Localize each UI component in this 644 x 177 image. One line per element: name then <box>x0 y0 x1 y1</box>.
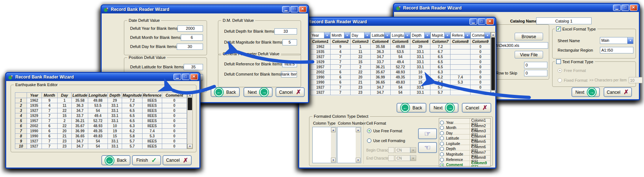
cell[interactable]: 5.7 <box>122 144 143 149</box>
assign-row[interactable]: LogitudeColomn5 [FF] <box>439 140 490 145</box>
cell[interactable]: 6.5 <box>122 118 143 124</box>
cell[interactable]: 36.99 <box>72 129 88 134</box>
cell[interactable]: 1 <box>15 98 27 103</box>
catalog-name-input[interactable]: Catalog 1 <box>536 17 592 24</box>
cell[interactable]: 33.1 <box>108 103 122 108</box>
cell[interactable]: 49.4 <box>88 113 108 118</box>
cell[interactable]: 0 <box>162 139 187 144</box>
assign-row[interactable]: YearColomn1 [FF] <box>439 118 490 124</box>
titlebar[interactable]: Record Bank Reader Wizard ▁ □ ✕ <box>299 18 495 26</box>
cell[interactable]: 7.2 <box>122 98 143 103</box>
cell[interactable]: IIEES <box>142 118 162 124</box>
column-type-combo[interactable]: Longitu...▼ <box>390 32 410 39</box>
cell[interactable]: 7 <box>42 144 57 149</box>
cell[interactable]: 0 <box>162 129 187 134</box>
scroll-up-icon[interactable]: ▲ <box>331 128 336 132</box>
assign-row[interactable]: MonthColomn2 [FF] <box>439 124 490 129</box>
defult-year-input[interactable]: 2000 <box>177 25 203 32</box>
cell[interactable]: 33.1 <box>108 118 122 124</box>
fixed-format-radio[interactable] <box>558 78 562 83</box>
next-button[interactable]: Next→ <box>571 87 600 97</box>
back-button[interactable]: ←Back <box>397 103 426 113</box>
next-button[interactable]: Next→ <box>243 87 273 97</box>
back-button[interactable]: ←Back <box>211 87 240 97</box>
titlebar[interactable]: Record Bank Reader Wizard ▁ □ ✕ <box>6 73 199 81</box>
table-scrollbar[interactable]: ▲ ▼ <box>491 32 496 96</box>
defult-reference-input[interactable]: IIEES <box>282 61 297 67</box>
minimize-button[interactable]: ▁ <box>469 19 477 25</box>
assign-row[interactable]: MagnitudeColomn7 [FF] <box>439 150 490 156</box>
cell[interactable]: 6 <box>15 124 27 129</box>
cell[interactable]: 7 <box>42 113 57 118</box>
skip-input-1[interactable]: 0 <box>524 62 547 68</box>
next-button[interactable]: Next→ <box>429 103 458 113</box>
cell[interactable]: 34.7 <box>72 139 88 144</box>
cell[interactable]: 1990 <box>27 134 42 139</box>
cell[interactable]: 11 <box>57 103 72 108</box>
view-file-button[interactable]: View File <box>515 51 543 59</box>
cell[interactable]: 1990 <box>27 129 42 134</box>
scroll-down-icon[interactable]: ▼ <box>331 158 336 162</box>
cell[interactable]: 4 <box>42 103 57 108</box>
cell[interactable]: 5.8 <box>122 134 143 139</box>
cell[interactable]: 53.5 <box>88 103 108 108</box>
radio-icon[interactable] <box>440 152 444 156</box>
cell[interactable]: 6.7 <box>122 103 143 108</box>
cell[interactable]: 35.58 <box>72 98 88 103</box>
sheet-name-combo[interactable]: Main▼ <box>600 37 633 44</box>
cell[interactable]: 34.7 <box>72 108 88 113</box>
cell[interactable]: IIEES <box>142 103 162 108</box>
cell[interactable]: 33.7 <box>72 113 88 118</box>
cell[interactable]: 1927 <box>27 139 42 144</box>
cell[interactable]: 54 <box>88 108 108 113</box>
scrollbar-thumb[interactable] <box>188 98 192 110</box>
cell[interactable]: 33.1 <box>108 144 122 149</box>
radio-icon[interactable] <box>440 131 444 135</box>
defult-month-input[interactable]: 6 <box>181 35 203 41</box>
cell[interactable]: 6.3 <box>122 124 143 129</box>
column-type-combo[interactable]: Month▼ <box>330 32 350 39</box>
cell[interactable]: 8 <box>15 134 27 139</box>
cell[interactable]: 35.67 <box>72 124 88 129</box>
close-button[interactable]: ✕ <box>299 6 307 12</box>
cell[interactable]: 52.72 <box>88 118 108 124</box>
cell[interactable]: 7 <box>42 118 57 124</box>
radio-icon[interactable] <box>440 158 444 162</box>
assign-left-button[interactable]: ☜ <box>418 142 437 153</box>
scroll-down-icon[interactable]: ▼ <box>356 158 360 162</box>
cell[interactable]: IIEES <box>142 139 162 144</box>
cell[interactable]: 49.35 <box>88 129 108 134</box>
cell[interactable]: 54 <box>88 144 108 149</box>
cell[interactable]: 5 <box>15 118 27 124</box>
minimize-button[interactable]: ▁ <box>613 5 621 11</box>
cell[interactable]: 10 <box>15 144 27 149</box>
cell[interactable]: 15 <box>57 113 72 118</box>
rectangular-region-input[interactable]: A1:I50 <box>600 47 633 53</box>
defult-comment-input[interactable]: Blank Item <box>281 71 297 77</box>
text-format-checkbox[interactable] <box>556 59 561 64</box>
cell[interactable]: 0 <box>162 124 187 129</box>
minimize-button[interactable]: ▁ <box>173 74 181 80</box>
minimize-button[interactable]: ▁ <box>282 6 290 12</box>
cell[interactable]: IIEES <box>142 98 162 103</box>
assign-row[interactable]: DepthColomn6 [FF] <box>439 145 490 150</box>
cell[interactable]: 7 <box>42 139 57 144</box>
column-type-combo[interactable]: Year▼ <box>310 32 330 39</box>
cell[interactable]: 34.7 <box>72 144 88 149</box>
column-type-combo[interactable]: Refere...▼ <box>450 32 471 39</box>
maximize-button[interactable]: □ <box>182 74 190 80</box>
cell[interactable]: 7 <box>42 108 57 113</box>
defult-latitude-input[interactable]: 35 <box>184 64 203 70</box>
cell[interactable]: 7.4 <box>142 129 162 134</box>
cell[interactable]: 36.65 <box>72 134 88 139</box>
cell[interactable]: 3 <box>15 108 27 113</box>
cancel-button[interactable]: Cancel✗ <box>604 87 632 97</box>
cell[interactable]: 6.5 <box>122 113 143 118</box>
assign-right-button[interactable]: ☞ <box>418 128 437 139</box>
cell[interactable]: 9 <box>42 98 57 103</box>
back-button[interactable]: ←Back <box>101 155 130 165</box>
use-free-format-radio[interactable] <box>367 129 371 133</box>
close-button[interactable]: ✕ <box>190 74 198 80</box>
cell[interactable]: 2 <box>57 118 72 124</box>
defult-day-input[interactable]: 30 <box>177 44 203 50</box>
